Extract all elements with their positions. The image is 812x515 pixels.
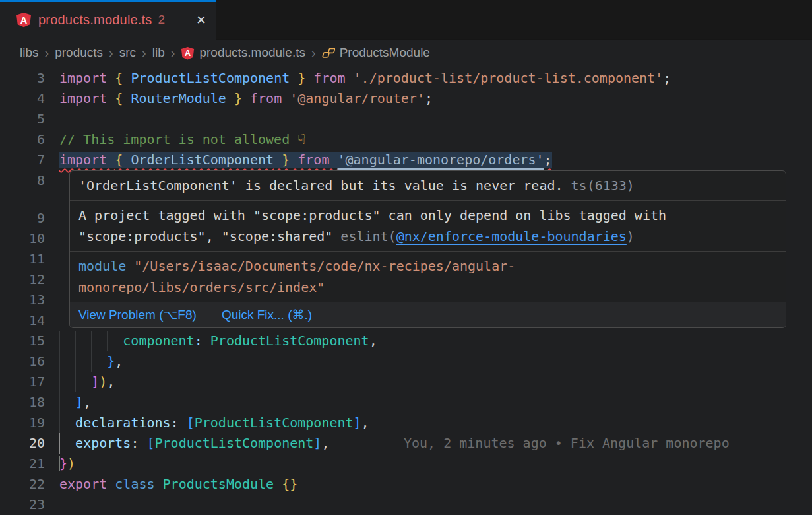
popup-line: module "/Users/isaac/Documents/code/nx-r… <box>78 256 777 277</box>
code-token: : <box>195 333 203 349</box>
code-token: ; <box>663 70 671 86</box>
breadcrumb-separator: › <box>171 46 175 61</box>
popup-line: A project tagged with "scope:products" c… <box>78 205 777 226</box>
line-number: 14 <box>0 310 45 331</box>
line-number: 8 <box>0 170 45 191</box>
code-token: import <box>59 152 115 168</box>
line-number: 3 <box>0 68 45 88</box>
line-number: 20 <box>0 433 45 454</box>
code-token: './product-list/product-list.component' <box>354 70 664 86</box>
line-number: 7 <box>0 150 45 170</box>
popup-text: eslint( <box>332 228 396 244</box>
line-number: 16 <box>0 351 45 372</box>
line-number: 22 <box>0 474 45 495</box>
popup-text: 'OrderListComponent' is declared but its… <box>78 178 563 193</box>
code-token <box>274 476 282 492</box>
line-number: 11 <box>0 249 45 269</box>
code-token: ] <box>354 415 361 430</box>
code-line-3[interactable]: 3import { ProductListComponent } from '.… <box>0 68 812 88</box>
tab-title: products.module.ts <box>38 13 152 28</box>
code-line-5[interactable]: 5 <box>0 109 812 129</box>
popup-line: 'OrderListComponent' is declared but its… <box>78 175 777 196</box>
code-line-15[interactable]: 15 component: ProductListComponent, <box>0 331 812 351</box>
code-token <box>59 435 75 451</box>
line-number: 21 <box>0 454 45 474</box>
code-token: { <box>115 152 131 168</box>
breadcrumb-label: libs <box>20 46 39 60</box>
breadcrumb-separator: › <box>142 46 146 61</box>
popup-text: ) <box>627 228 635 244</box>
quick-fix-link[interactable]: Quick Fix... (⌘.) <box>222 307 312 323</box>
code-token: ProductListComponent <box>131 70 290 86</box>
code-line-7[interactable]: 7import { OrderListComponent } from '@an… <box>0 150 812 170</box>
code-line-20[interactable]: 20 exports: [ProductListComponent],You, … <box>0 433 812 454</box>
code-line-16[interactable]: 16 }, <box>0 351 812 372</box>
tab-products-module[interactable]: A products.module.ts 2 ✕ <box>0 0 216 40</box>
code-token: } <box>107 353 115 369</box>
breadcrumb-item-products[interactable]: products <box>55 46 103 60</box>
view-problem-link[interactable]: View Problem (⌥F8) <box>78 307 197 323</box>
code-token: {} <box>282 476 297 492</box>
breadcrumb-label: products.module.ts <box>199 46 305 60</box>
code-token: , <box>361 415 369 430</box>
code-token: } <box>59 456 67 471</box>
breadcrumb-item-products-module-ts[interactable]: Aproducts.module.ts <box>181 46 305 60</box>
code-token: from <box>290 152 337 168</box>
code-token <box>59 394 75 410</box>
popup-line: "scope:products", "scope:shared" eslint(… <box>78 226 777 247</box>
code-text: export class ProductsModule {} <box>59 474 297 495</box>
code-line-22[interactable]: 22export class ProductsModule {} <box>0 474 812 495</box>
line-number: 17 <box>0 372 45 392</box>
vscode-window: { "colors": { "kw":"#C586C0","kwb":"#569… <box>0 0 812 515</box>
code-token: ] <box>313 435 321 451</box>
popup-text: "scope:products", "scope:shared" <box>78 228 332 244</box>
code-line-6[interactable]: 6// This import is not allowed ☟ <box>0 129 812 150</box>
code-line-19[interactable]: 19 declarations: [ProductListComponent], <box>0 413 812 433</box>
line-number: 18 <box>0 392 45 413</box>
code-token: '@angular-monorepo/orders' <box>337 152 544 168</box>
code-token: RouterModule <box>131 90 226 106</box>
code-token <box>203 333 210 349</box>
code-token: ; <box>544 152 552 168</box>
code-token: declarations <box>75 415 171 430</box>
code-line-21[interactable]: 21}) <box>0 454 812 474</box>
line-number: 23 <box>0 495 45 515</box>
code-text: import { OrderListComponent } from '@ang… <box>59 150 552 170</box>
line-number: 6 <box>0 129 45 150</box>
eslint-rule-link[interactable]: @nx/enforce-module-boundaries <box>396 228 627 244</box>
breadcrumb-label: lib <box>152 46 165 60</box>
code-token: : <box>131 435 146 451</box>
code-token: ☟ <box>297 131 305 147</box>
code-token: : <box>171 415 187 430</box>
code-token: ProductListComponent <box>155 435 314 451</box>
popup-text: ts(6133) <box>563 178 635 193</box>
svg-text:A: A <box>185 49 191 58</box>
close-icon[interactable]: ✕ <box>196 13 206 28</box>
code-token: [ <box>187 415 195 430</box>
code-line-23[interactable]: 23 <box>0 495 812 515</box>
class-icon <box>322 46 335 59</box>
popup-section-eslint-error: A project tagged with "scope:products" c… <box>70 200 786 251</box>
code-token: , <box>115 353 123 369</box>
code-token: { <box>115 90 131 106</box>
code-line-17[interactable]: 17 ]), <box>0 372 812 392</box>
code-line-4[interactable]: 4import { RouterModule } from '@angular/… <box>0 88 812 109</box>
breadcrumb-item-src[interactable]: src <box>119 46 136 60</box>
breadcrumb-separator: › <box>109 46 113 61</box>
code-token: ] <box>91 374 99 390</box>
code-token: component <box>123 333 194 349</box>
code-text: // This import is not allowed ☟ <box>59 129 305 150</box>
code-line-18[interactable]: 18 ], <box>0 392 812 413</box>
code-text: import { RouterModule } from '@angular/r… <box>59 88 433 109</box>
code-text: }) <box>59 454 75 474</box>
breadcrumb-label: ProductsModule <box>340 46 430 60</box>
code-text: ]), <box>59 372 115 392</box>
active-tab-indicator <box>0 0 216 2</box>
code-text: ], <box>59 392 91 413</box>
breadcrumb-item-lib[interactable]: lib <box>152 46 165 60</box>
tab-bar: A products.module.ts 2 ✕ <box>0 0 812 40</box>
breadcrumb-item-productsmodule[interactable]: ProductsModule <box>322 46 430 60</box>
code-token: , <box>83 394 91 410</box>
breadcrumb-item-libs[interactable]: libs <box>20 46 39 60</box>
breadcrumb: libs›products›src›lib›Aproducts.module.t… <box>0 40 812 66</box>
